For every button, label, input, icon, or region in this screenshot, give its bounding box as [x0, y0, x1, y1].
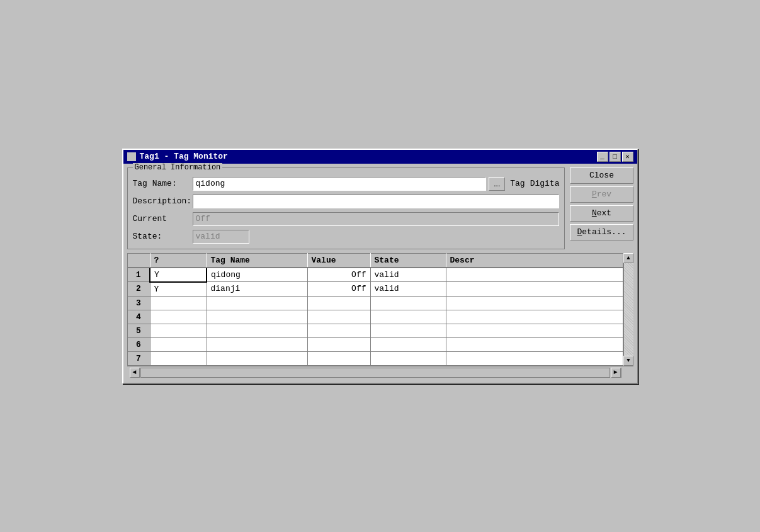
- row-q[interactable]: Y: [150, 268, 207, 282]
- row-tagname[interactable]: qidong: [207, 268, 307, 282]
- row-q[interactable]: [150, 324, 207, 337]
- title-bar-buttons: _ □ ✕: [597, 152, 633, 162]
- horizontal-scroll-track[interactable]: [140, 368, 610, 378]
- data-table: ? Tag Name Value State Descr 1YqidongOff…: [127, 253, 623, 366]
- row-state[interactable]: valid: [370, 268, 446, 282]
- browse-button[interactable]: ...: [489, 177, 505, 191]
- current-value: [193, 212, 560, 226]
- scroll-up-button[interactable]: ▲: [623, 253, 633, 263]
- current-row: Current: [133, 212, 560, 226]
- row-q[interactable]: [150, 337, 207, 351]
- col-header-desc: Descr: [446, 253, 623, 268]
- scroll-down-button[interactable]: ▼: [623, 356, 633, 366]
- row-q[interactable]: Y: [150, 282, 207, 297]
- window-title: Tag1 - Tag Monitor: [140, 152, 228, 161]
- row-desc[interactable]: [446, 296, 623, 310]
- row-number: 4: [127, 310, 150, 324]
- table-section: ? Tag Name Value State Descr 1YqidongOff…: [123, 253, 637, 383]
- row-value[interactable]: [307, 324, 370, 337]
- row-state[interactable]: [370, 337, 446, 351]
- row-tagname[interactable]: [207, 337, 307, 351]
- tag-name-label: Tag Name:: [133, 179, 193, 188]
- title-bar: Tag1 - Tag Monitor _ □ ✕: [123, 150, 637, 164]
- state-label: State:: [133, 232, 193, 241]
- row-tagname[interactable]: [207, 324, 307, 337]
- description-row: Description:: [133, 195, 560, 208]
- table-row[interactable]: 1YqidongOffvalid: [127, 268, 623, 282]
- row-value[interactable]: [307, 351, 370, 365]
- row-tagname[interactable]: [207, 296, 307, 310]
- tag-name-input[interactable]: [193, 177, 487, 191]
- details-button[interactable]: Details...: [570, 224, 633, 241]
- row-number: 6: [127, 337, 150, 351]
- maximize-button[interactable]: □: [610, 152, 621, 162]
- tag-type-label: Tag: [510, 179, 525, 188]
- row-number: 1: [127, 268, 150, 282]
- row-number: 5: [127, 324, 150, 337]
- next-button[interactable]: Next: [570, 205, 633, 222]
- scroll-track[interactable]: [624, 263, 633, 356]
- right-panel: Close Prev Next Details...: [570, 167, 633, 249]
- col-header-num: [127, 253, 150, 268]
- close-button[interactable]: Close: [570, 167, 633, 184]
- row-tagname[interactable]: dianji: [207, 282, 307, 297]
- row-desc[interactable]: [446, 324, 623, 337]
- tag-subtype-label: Digita: [530, 179, 560, 188]
- col-header-value: Value: [307, 253, 370, 268]
- window-icon: [127, 152, 136, 161]
- col-header-q: ?: [150, 253, 207, 268]
- description-label: Description:: [133, 196, 193, 206]
- scroll-right-button[interactable]: ►: [611, 368, 621, 378]
- table-row[interactable]: 5: [127, 324, 623, 337]
- row-state[interactable]: [370, 324, 446, 337]
- row-q[interactable]: [150, 351, 207, 365]
- row-q[interactable]: [150, 296, 207, 310]
- table-header-row: ? Tag Name Value State Descr: [127, 253, 623, 268]
- minimize-button[interactable]: _: [597, 152, 608, 162]
- description-input[interactable]: [193, 195, 560, 208]
- table-row[interactable]: 7: [127, 351, 623, 365]
- row-desc[interactable]: [446, 351, 623, 365]
- row-desc[interactable]: [446, 282, 623, 297]
- prev-button[interactable]: Prev: [570, 186, 633, 203]
- row-state[interactable]: valid: [370, 282, 446, 297]
- resize-corner: [621, 368, 631, 378]
- col-header-tagname: Tag Name: [207, 253, 307, 268]
- tag-name-row: Tag Name: ... Tag Digita: [133, 177, 560, 191]
- current-label: Current: [133, 214, 193, 224]
- row-q[interactable]: [150, 310, 207, 324]
- window-body: General Information Tag Name: ... Tag Di…: [123, 164, 637, 253]
- row-value[interactable]: Off: [307, 268, 370, 282]
- table-row[interactable]: 2YdianjiOffvalid: [127, 282, 623, 297]
- row-value[interactable]: [307, 310, 370, 324]
- state-row: State:: [133, 230, 560, 244]
- table-container: ? Tag Name Value State Descr 1YqidongOff…: [127, 253, 633, 366]
- row-tagname[interactable]: [207, 351, 307, 365]
- table-scroll-area: ? Tag Name Value State Descr 1YqidongOff…: [127, 253, 623, 366]
- row-value[interactable]: [307, 337, 370, 351]
- table-row[interactable]: 6: [127, 337, 623, 351]
- general-info-group: General Information Tag Name: ... Tag Di…: [127, 167, 565, 249]
- row-desc[interactable]: [446, 310, 623, 324]
- row-state[interactable]: [370, 351, 446, 365]
- col-header-state: State: [370, 253, 446, 268]
- row-value[interactable]: [307, 296, 370, 310]
- scroll-left-button[interactable]: ◄: [130, 368, 140, 378]
- close-title-button[interactable]: ✕: [622, 152, 633, 162]
- row-desc[interactable]: [446, 268, 623, 282]
- vertical-scrollbar[interactable]: ▲ ▼: [623, 253, 633, 366]
- table-row[interactable]: 3: [127, 296, 623, 310]
- row-value[interactable]: Off: [307, 282, 370, 297]
- row-state[interactable]: [370, 310, 446, 324]
- row-state[interactable]: [370, 296, 446, 310]
- row-desc[interactable]: [446, 337, 623, 351]
- table-row[interactable]: 4: [127, 310, 623, 324]
- horizontal-scrollbar: ◄ ►: [127, 366, 633, 379]
- main-window: Tag1 - Tag Monitor _ □ ✕ General Informa…: [122, 149, 638, 384]
- left-panel: General Information Tag Name: ... Tag Di…: [127, 167, 565, 249]
- row-tagname[interactable]: [207, 310, 307, 324]
- state-value: [193, 230, 249, 244]
- row-number: 7: [127, 351, 150, 365]
- group-legend: General Information: [133, 163, 223, 172]
- row-number: 2: [127, 282, 150, 297]
